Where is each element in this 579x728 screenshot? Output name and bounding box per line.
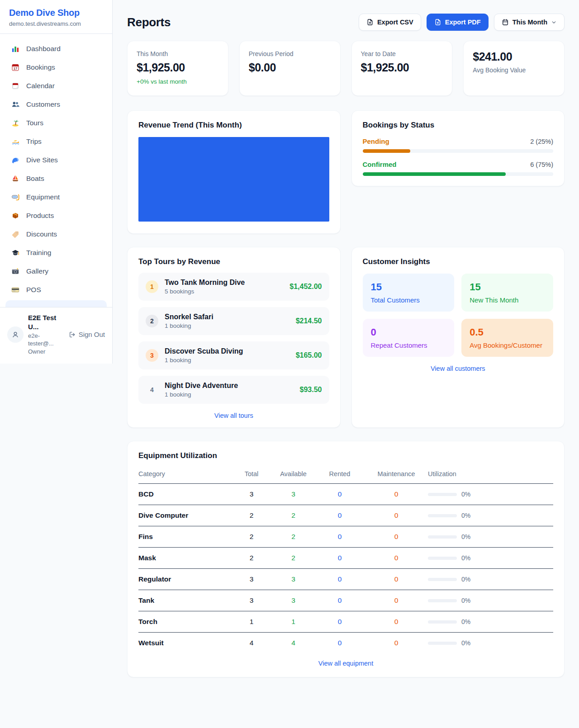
file-download-icon [434, 19, 441, 26]
stat-card-year-to-date: Year to Date $1,925.00 [351, 41, 453, 96]
equipment-available: 3 [272, 590, 315, 611]
period-dropdown[interactable]: This Month [494, 14, 565, 31]
export-pdf-button[interactable]: Export PDF [427, 14, 489, 31]
brand: Demo Dive Shop demo.test.divestreams.com [0, 0, 112, 34]
sidebar-item-calendar[interactable]: Calendar [5, 77, 107, 95]
sidebar-item-label: POS [26, 286, 41, 294]
sidebar-item-label: Customers [26, 100, 60, 109]
sidebar-item-dive-sites[interactable]: Dive Sites [5, 151, 107, 169]
equipment-rented: 0 [315, 569, 365, 590]
sidebar-item-label: Trips [26, 137, 42, 146]
brand-name: Demo Dive Shop [9, 8, 103, 18]
sidebar-item-bookings[interactable]: 17 Bookings [5, 58, 107, 76]
user-name: E2E Test U... [28, 313, 64, 332]
bookings-by-status-title: Bookings by Status [363, 121, 554, 130]
equipment-available: 3 [272, 569, 315, 590]
export-csv-button[interactable]: Export CSV [359, 14, 421, 31]
view-all-equipment-link[interactable]: View all equipment [138, 660, 553, 667]
sidebar-item-trips[interactable]: Trips [5, 132, 107, 151]
utilization-pct: 0% [461, 639, 470, 647]
sidebar-item-boats[interactable]: Boats [5, 170, 107, 188]
sidebar-item-discounts[interactable]: Discounts [5, 225, 107, 243]
equipment-maintenance: 0 [365, 569, 428, 590]
rank-badge: 3 [146, 349, 158, 362]
equipment-total: 2 [231, 548, 272, 569]
equipment-category: BCD [138, 484, 231, 505]
view-all-customers-link[interactable]: View all customers [363, 365, 554, 372]
view-all-tours-link[interactable]: View all tours [138, 412, 329, 419]
equipment-available: 2 [272, 526, 315, 548]
export-pdf-label: Export PDF [445, 19, 481, 26]
user-panel: E2E Test U... e2e-tester@... Owner Sign … [0, 307, 112, 364]
insight-tiles: 15 Total Customers 15 New This Month 0 R… [363, 274, 554, 357]
tile-avg-bookings: 0.5 Avg Bookings/Customer [461, 319, 553, 357]
sign-out-button[interactable]: Sign Out [69, 331, 105, 338]
sidebar-item-pos[interactable]: POS [5, 281, 107, 299]
sidebar-item-products[interactable]: Products [5, 207, 107, 225]
stat-cards: This Month $1,925.00 +0% vs last month P… [127, 41, 565, 96]
main-content: Reports Export CSV Export PDF This Month… [113, 0, 579, 695]
sidebar-item-label: Equipment [26, 193, 60, 201]
svg-text:17: 17 [14, 66, 17, 71]
user-info: E2E Test U... e2e-tester@... Owner [28, 313, 64, 355]
equipment-total: 3 [231, 590, 272, 611]
equipment-total: 3 [231, 569, 272, 590]
table-row: Regulator 3 3 0 0 0% [138, 569, 553, 590]
sidebar-item-training[interactable]: Training [5, 244, 107, 262]
tour-name: Night Dive Adventure [165, 382, 238, 389]
sidebar-item-label: Calendar [26, 82, 55, 90]
equipment-utilization-card: Equipment Utilization Category Total Ava… [127, 441, 565, 677]
status-bar-fill [363, 172, 506, 176]
sidebar-item-gallery[interactable]: Gallery [5, 262, 107, 280]
equipment-maintenance: 0 [365, 611, 428, 633]
tour-name: Two Tank Morning Dive [165, 279, 245, 286]
column-header: Maintenance [365, 468, 428, 484]
sidebar-item-dashboard[interactable]: Dashboard [5, 40, 107, 58]
export-csv-label: Export CSV [377, 19, 413, 26]
graduation-cap-icon [11, 248, 20, 257]
sidebar-item-label: Discounts [26, 230, 57, 238]
equipment-utilization-title: Equipment Utilization [138, 451, 553, 460]
equipment-category: Wetsuit [138, 633, 231, 654]
tile-label: Avg Bookings/Customer [470, 341, 545, 349]
camera-icon [11, 267, 20, 276]
equipment-available: 4 [272, 633, 315, 654]
sidebar-item-equipment[interactable]: Equipment [5, 188, 107, 206]
revenue-trend-card: Revenue Trend (This Month) [127, 110, 341, 234]
file-download-icon [366, 19, 374, 26]
sidebar-item-label: Boats [26, 175, 44, 183]
equipment-category: Fins [138, 526, 231, 548]
sidebar-item-selected-partial[interactable] [5, 300, 107, 307]
table-row: Wetsuit 4 4 0 0 0% [138, 633, 553, 654]
equipment-rented: 0 [315, 590, 365, 611]
tour-name: Snorkel Safari [165, 313, 214, 321]
bookings-by-status-card: Bookings by Status Pending 2 (25%) Confi… [351, 110, 565, 186]
palm-island-icon [11, 118, 20, 128]
package-icon [11, 211, 20, 220]
sidebar-item-label: Gallery [26, 267, 48, 275]
equipment-category: Torch [138, 611, 231, 633]
column-header: Rented [315, 468, 365, 484]
tour-name: Discover Scuba Diving [165, 347, 243, 355]
equipment-total: 4 [231, 633, 272, 654]
chevron-down-icon [551, 19, 557, 25]
equipment-available: 3 [272, 484, 315, 505]
user-role: Owner [28, 348, 64, 356]
tour-revenue: $165.00 [296, 351, 322, 359]
status-label: Pending [363, 137, 389, 145]
status-row-pending: Pending 2 (25%) [363, 137, 554, 153]
sidebar-item-customers[interactable]: Customers [5, 95, 107, 113]
sidebar-item-tours[interactable]: Tours [5, 114, 107, 132]
stat-card-previous-period: Previous Period $0.00 [239, 41, 341, 96]
sidebar-nav: Dashboard 17 Bookings Calendar Customers… [0, 34, 112, 307]
speedboat-icon [11, 137, 20, 146]
tile-value: 0.5 [470, 326, 545, 338]
rank-badge: 4 [146, 383, 158, 396]
equipment-total: 1 [231, 611, 272, 633]
utilization-bar [428, 578, 457, 581]
table-row: Fins 2 2 0 0 0% [138, 526, 553, 548]
top-tours-card: Top Tours by Revenue 1 Two Tank Morning … [127, 247, 341, 428]
table-row: Tank 3 3 0 0 0% [138, 590, 553, 611]
status-bar-fill [363, 149, 410, 153]
utilization-bar [428, 557, 457, 560]
